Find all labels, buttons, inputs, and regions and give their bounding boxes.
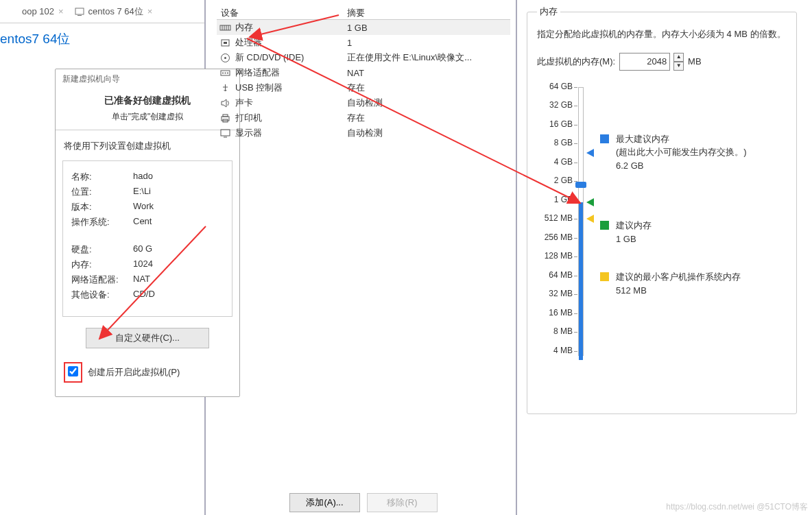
scale-tick-label: 64 MB — [537, 270, 573, 280]
page-title: entos7 64位 — [0, 23, 204, 48]
hardware-row-printer[interactable]: 打印机存在 — [217, 110, 510, 125]
hw-summary: 自动检测 — [347, 127, 510, 139]
marker-recommended-icon — [586, 198, 594, 206]
hw-label: 声卡 — [235, 97, 253, 109]
svg-rect-18 — [221, 130, 230, 136]
close-icon[interactable]: × — [147, 6, 153, 16]
cpu-icon — [219, 38, 231, 48]
memory-settings-panel: 内存 指定分配给此虚拟机的内存量。内存大小必须为 4 MB 的倍数。 此虚拟机的… — [517, 0, 812, 515]
scale-tick-label: 8 MB — [537, 326, 573, 336]
square-blue-icon — [600, 134, 609, 143]
memory-slider-handle[interactable] — [575, 182, 586, 188]
document-tab-bar: oop 102 × centos 7 64位 × — [0, 0, 204, 23]
hw-label: 网络适配器 — [235, 67, 280, 79]
hardware-row-disc[interactable]: 新 CD/DVD (IDE)正在使用文件 E:\Linux\映像文... — [217, 50, 510, 65]
scale-tick-label: 256 MB — [537, 232, 573, 242]
scale-tick-label: 16 GB — [537, 119, 573, 129]
add-hardware-button[interactable]: 添加(A)... — [289, 493, 360, 512]
marker-max-icon — [586, 149, 594, 157]
hardware-row-memory[interactable]: 内存1 GB — [217, 20, 510, 35]
row-label: 操作系统: — [71, 216, 133, 228]
tab-label: oop 102 — [22, 6, 54, 16]
legend-min: 建议的最小客户机操作系统内存 512 MB — [616, 270, 741, 297]
hw-label: 显示器 — [235, 127, 262, 139]
svg-rect-16 — [223, 115, 228, 117]
hw-summary: 1 GB — [347, 23, 510, 33]
row-label: 硬盘: — [71, 243, 133, 256]
memory-input[interactable]: 2048 — [619, 53, 670, 71]
scale-tick-label: 128 MB — [537, 251, 573, 261]
scale-tick-label: 4 MB — [537, 346, 573, 355]
memory-legend: 内存 — [537, 5, 560, 18]
row-label: 其他设备: — [71, 289, 133, 301]
hw-summary: 1 — [347, 38, 510, 48]
svg-rect-8 — [224, 42, 227, 44]
row-label: 位置: — [71, 186, 133, 198]
hw-label: 处理器 — [235, 36, 262, 49]
scale-tick-label: 1 GB — [537, 195, 573, 204]
legend-recommended: 建议内存 1 GB — [616, 219, 652, 245]
svg-rect-1 — [77, 15, 82, 16]
square-green-icon — [600, 221, 609, 230]
left-column: oop 102 × centos 7 64位 × entos7 64位 新建虚拟… — [0, 0, 206, 515]
hw-label: USB 控制器 — [235, 82, 283, 94]
scale-tick-label: 8 GB — [537, 138, 573, 147]
svg-rect-2 — [220, 25, 230, 30]
hardware-list[interactable]: 内存1 GB处理器1新 CD/DVD (IDE)正在使用文件 E:\Linux\… — [217, 19, 510, 141]
svg-point-14 — [227, 72, 228, 73]
hardware-row-display[interactable]: 显示器自动检测 — [217, 125, 510, 141]
annotation-box — [64, 362, 82, 383]
sound-icon — [219, 98, 231, 108]
row-label: 名称: — [71, 171, 133, 183]
printer-icon — [219, 113, 231, 123]
hw-label: 内存 — [235, 21, 253, 34]
hw-label: 打印机 — [235, 112, 262, 124]
legend-max: 最大建议内存 (超出此大小可能发生内存交换。) 6.2 GB — [616, 132, 747, 173]
hardware-list-panel: 设备 摘要 内存1 GB处理器1新 CD/DVD (IDE)正在使用文件 E:\… — [206, 0, 517, 515]
memory-scale[interactable]: 64 GB32 GB16 GB8 GB4 GB2 GB1 GB512 MB256… — [537, 83, 589, 364]
home-icon — [8, 7, 18, 16]
memory-stepper[interactable]: ▲▼ — [673, 53, 684, 71]
vm-icon — [75, 7, 84, 16]
tab-label: centos 7 64位 — [88, 5, 143, 18]
close-icon[interactable]: × — [58, 6, 64, 16]
remove-hardware-button: 移除(R) — [367, 493, 438, 512]
hardware-row-usb[interactable]: USB 控制器存在 — [217, 80, 510, 95]
customize-hardware-button[interactable]: 自定义硬件(C)... — [86, 328, 209, 348]
memory-field-label: 此虚拟机的内存(M): — [537, 56, 615, 68]
hardware-row-cpu[interactable]: 处理器1 — [217, 35, 510, 50]
memory-info: 指定分配给此虚拟机的内存量。内存大小必须为 4 MB 的倍数。 — [537, 27, 787, 42]
hw-summary: 存在 — [347, 82, 510, 94]
scale-tick-label: 512 MB — [537, 213, 573, 223]
row-label: 网络适配器: — [71, 274, 133, 286]
hw-col-device: 设备 — [217, 7, 347, 19]
scale-tick-label: 64 GB — [537, 82, 573, 91]
watermark: https://blog.csdn.net/wei @51CTO博客 — [666, 501, 808, 513]
checkbox-label: 创建后开启此虚拟机(P) — [88, 366, 180, 379]
hw-summary: NAT — [347, 68, 510, 78]
hardware-row-net[interactable]: 网络适配器NAT — [217, 65, 510, 80]
hw-summary: 正在使用文件 E:\Linux\映像文... — [347, 51, 510, 64]
memory-icon — [219, 23, 231, 33]
disc-icon — [219, 53, 231, 63]
tab-centos7[interactable]: centos 7 64位 × — [69, 3, 158, 21]
hardware-row-sound[interactable]: 声卡自动检测 — [217, 95, 510, 110]
svg-rect-0 — [75, 8, 84, 14]
hardware-header: 设备 摘要 — [217, 0, 510, 19]
usb-icon — [219, 83, 231, 93]
scale-tick-label: 32 MB — [537, 289, 573, 298]
memory-unit: MB — [688, 56, 702, 67]
hw-summary: 存在 — [347, 112, 510, 124]
scale-tick-label: 16 MB — [537, 308, 573, 318]
tab-oop102[interactable]: oop 102 × — [3, 3, 69, 19]
scale-tick-label: 4 GB — [537, 157, 573, 167]
row-label: 版本: — [71, 201, 133, 213]
net-icon — [219, 68, 231, 78]
hw-col-summary: 摘要 — [347, 7, 510, 19]
hw-label: 新 CD/DVD (IDE) — [235, 51, 304, 64]
power-on-after-create-checkbox[interactable] — [68, 366, 78, 376]
scale-tick-label: 2 GB — [537, 176, 573, 185]
hw-summary: 自动检测 — [347, 97, 510, 109]
svg-point-10 — [224, 57, 226, 59]
svg-point-12 — [222, 72, 224, 73]
